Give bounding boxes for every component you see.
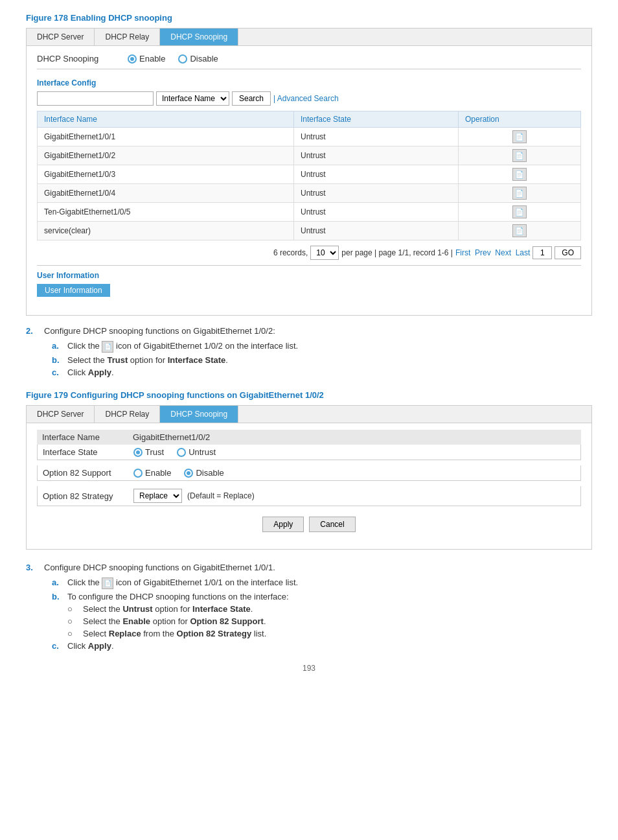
opt82-strategy-label: Option 82 Strategy [43, 491, 133, 501]
cell-interface-name: Ten-GigabitEthernet1/0/5 [38, 203, 294, 222]
snooping-enable-option[interactable]: Enable [128, 54, 165, 64]
strategy-select[interactable]: Replace [133, 489, 182, 503]
step3-bullet3: ○ Select Replace from the Option 82 Stra… [67, 629, 592, 638]
cell-interface-state: Untrust [293, 203, 458, 222]
edit-icon[interactable]: 📄 [512, 187, 527, 200]
tab179-dhcp-server[interactable]: DHCP Server [27, 406, 95, 423]
edit-icon[interactable]: 📄 [512, 205, 527, 218]
figure178-section: Figure 178 Enabling DHCP snooping DHCP S… [26, 13, 592, 316]
cell-operation[interactable]: 📄 [458, 222, 580, 240]
tab-dhcp-relay[interactable]: DHCP Relay [95, 29, 160, 45]
disable-radio[interactable] [178, 54, 187, 64]
figure178-panel: DHCP Server DHCP Relay DHCP Snooping DHC… [26, 28, 592, 316]
step3-substeps: a. Click the 📄 icon of GigabitEthernet 1… [52, 578, 592, 651]
interface-state-radio: Trust Untrust [133, 447, 216, 457]
step3a-text: Click the 📄 icon of GigabitEthernet 1/0/… [67, 578, 298, 589]
untrust-option[interactable]: Untrust [177, 447, 216, 457]
figure179-panel: DHCP Server DHCP Relay DHCP Snooping Int… [26, 405, 592, 550]
instruction-block-2: 2. Configure DHCP snooping functions on … [26, 326, 592, 377]
col-interface-name: Interface Name [38, 111, 294, 128]
figure179-title: Figure 179 Configuring DHCP snooping fun… [26, 390, 592, 400]
table-row: GigabitEthernet1/0/2 Untrust 📄 [38, 146, 581, 165]
step3b: b. To configure the DHCP snooping functi… [52, 592, 592, 601]
bullet1-text: Select the Untrust option for Interface … [83, 604, 253, 614]
per-page-text: per page | page 1/1, record 1-6 | [341, 248, 453, 257]
advanced-search-link[interactable]: | Advanced Search [273, 94, 339, 103]
cancel-button[interactable]: Cancel [309, 517, 355, 532]
table-row: GigabitEthernet1/0/1 Untrust 📄 [38, 128, 581, 146]
edit-icon[interactable]: 📄 [512, 168, 527, 181]
tab-bar-2: DHCP Server DHCP Relay DHCP Snooping [27, 406, 591, 423]
step3-main: 3. Configure DHCP snooping functions on … [26, 563, 592, 572]
cell-interface-state: Untrust [293, 165, 458, 184]
cell-interface-name: GigabitEthernet1/0/1 [38, 128, 294, 146]
opt82-enable-radio[interactable] [133, 469, 143, 478]
col-interface-state: Interface State [293, 111, 458, 128]
trust-option[interactable]: Trust [133, 447, 164, 457]
page-input[interactable] [532, 246, 552, 259]
cell-operation[interactable]: 📄 [458, 146, 580, 165]
edit-icon-2a: 📄 [102, 341, 113, 353]
edit-icon[interactable]: 📄 [512, 224, 527, 237]
opt82-radio-group: Enable Disable [133, 468, 224, 478]
cell-operation[interactable]: 📄 [458, 128, 580, 146]
opt82-disable-option[interactable]: Disable [184, 468, 223, 478]
user-info-tab[interactable]: User Information [37, 284, 110, 297]
step2c-label: c. [52, 368, 62, 377]
cell-operation[interactable]: 📄 [458, 203, 580, 222]
panel178-body: DHCP Snooping Enable Disable Interface C… [27, 46, 591, 315]
per-page-select[interactable]: 10 [310, 246, 339, 260]
nav-links: First Prev Next Last [455, 248, 530, 257]
apply-button[interactable]: Apply [262, 517, 304, 532]
untrust-radio[interactable] [177, 448, 186, 457]
search-bar: Interface Name Search | Advanced Search [37, 91, 581, 106]
opt82-enable-option[interactable]: Enable [133, 468, 171, 478]
step2b-text: Select the Trust option for Interface St… [67, 355, 228, 365]
opt82-disable-label: Disable [196, 468, 223, 478]
edit-icon[interactable]: 📄 [512, 149, 527, 162]
step2a: a. Click the 📄 icon of GigabitEthernet 1… [52, 341, 592, 353]
tab179-dhcp-snooping[interactable]: DHCP Snooping [160, 406, 238, 423]
tab-dhcp-snooping[interactable]: DHCP Snooping [160, 29, 238, 45]
step2c: c. Click Apply. [52, 368, 592, 377]
edit-icon-3a: 📄 [102, 578, 113, 589]
cell-interface-state: Untrust [293, 222, 458, 240]
dhcp-snooping-label: DHCP Snooping [37, 54, 128, 64]
interface-state-row: Interface State Trust Untrust [37, 445, 581, 460]
step2-num: 2. [26, 326, 39, 336]
pagination: 6 records, 10 per page | page 1/1, recor… [37, 246, 581, 260]
step3-bullet1: ○ Select the Untrust option for Interfac… [67, 604, 592, 614]
interface-table: Interface Name Interface State Operation… [37, 111, 581, 240]
cell-operation[interactable]: 📄 [458, 184, 580, 203]
step3c-text: Click Apply. [67, 641, 114, 651]
step2-main: 2. Configure DHCP snooping functions on … [26, 326, 592, 336]
go-button[interactable]: GO [555, 246, 581, 259]
step3-bullet2: ○ Select the Enable option for Option 82… [67, 616, 592, 626]
strategy-default: (Default = Replace) [187, 491, 255, 500]
edit-icon[interactable]: 📄 [512, 130, 527, 143]
opt82-enable-label: Enable [145, 468, 171, 478]
search-input[interactable] [37, 91, 154, 106]
enable-label: Enable [139, 54, 165, 64]
instruction-block-3: 3. Configure DHCP snooping functions on … [26, 563, 592, 651]
cell-interface-state: Untrust [293, 128, 458, 146]
step3a-label: a. [52, 578, 62, 589]
col-operation: Operation [458, 111, 580, 128]
table-row: service(clear) Untrust 📄 [38, 222, 581, 240]
snooping-disable-option[interactable]: Disable [178, 54, 218, 64]
cell-operation[interactable]: 📄 [458, 165, 580, 184]
trust-radio[interactable] [133, 448, 143, 457]
opt82-disable-radio[interactable] [184, 469, 193, 478]
opt82-support-label: Option 82 Support [43, 468, 133, 478]
step2b-label: b. [52, 355, 62, 365]
enable-radio[interactable] [128, 54, 137, 64]
table-header-row: Interface Name Interface State Operation [38, 111, 581, 128]
cell-interface-name: GigabitEthernet1/0/2 [38, 146, 294, 165]
tab-dhcp-server[interactable]: DHCP Server [27, 29, 95, 45]
tab179-dhcp-relay[interactable]: DHCP Relay [95, 406, 160, 423]
option82-support-row: Option 82 Support Enable Disable [37, 465, 581, 481]
bullet3-icon: ○ [67, 629, 78, 638]
step3-bullets: ○ Select the Untrust option for Interfac… [67, 604, 592, 638]
search-button[interactable]: Search [232, 91, 271, 106]
search-field-select[interactable]: Interface Name [156, 91, 229, 106]
